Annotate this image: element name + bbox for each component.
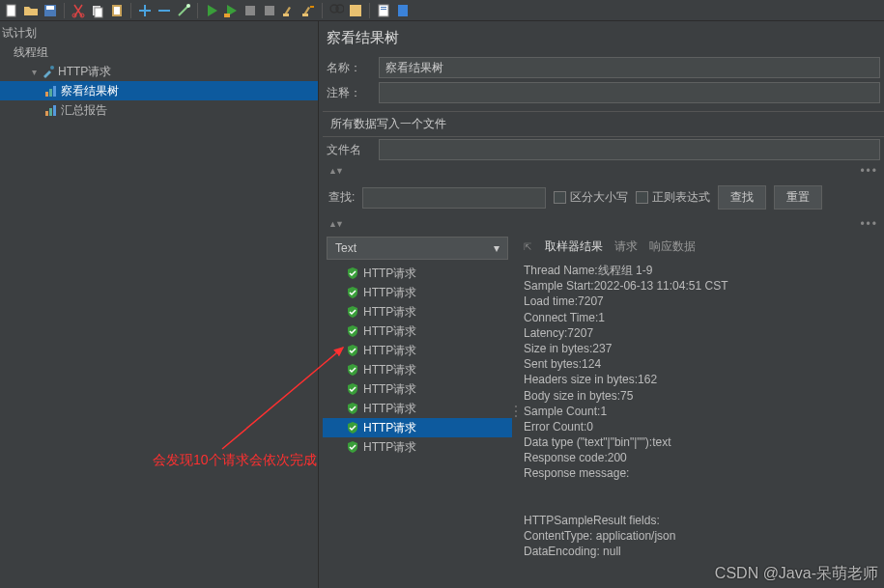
toolbar-separator [197,3,198,18]
tab-request[interactable]: 请求 [614,238,638,255]
tree-item-results-tree[interactable]: 察看结果树 [0,81,318,100]
tree-item-label: 汇总报告 [61,102,107,119]
result-item[interactable]: HTTP请求 [323,399,512,418]
paste-icon[interactable] [109,3,125,18]
tree-item-label: HTTP请求 [58,64,111,80]
name-label: 名称： [327,60,373,76]
svg-rect-12 [265,6,274,15]
collapse-icon: ▲▼ [328,219,342,229]
result-item-label: HTTP请求 [363,266,416,282]
vertical-splitter[interactable] [512,235,520,588]
play-icon[interactable] [204,3,219,18]
detail-line: Headers size in bytes:162 [524,372,880,387]
result-item[interactable]: HTTP请求 [323,322,512,341]
stop-icon[interactable] [242,3,258,18]
search-input[interactable] [362,187,546,209]
minus-icon[interactable] [157,3,172,18]
annotation-text: 会发现10个请求会依次完成 [153,452,317,469]
reset-button[interactable]: 重置 [774,185,822,210]
result-item[interactable]: HTTP请求 [323,283,512,302]
tree-panel: 试计划 线程组 ▾ HTTP请求 察看结果树 汇总报告 [0,21,319,588]
play-noTimers-icon[interactable] [223,3,239,18]
tree-toggle-icon[interactable]: ▾ [29,67,39,77]
clear-icon[interactable] [281,3,297,18]
tree-item-threadgroup[interactable]: 线程组 [0,42,318,62]
result-item-label: HTTP请求 [363,362,416,378]
detail-line: Response code:200 [524,450,880,465]
clear-all-icon[interactable] [300,3,316,18]
save-icon[interactable] [43,3,58,18]
plus-icon[interactable] [137,3,153,18]
success-icon [346,402,359,415]
toolbar-separator [322,3,323,18]
result-tabs: ⇱ 取样器结果 请求 响应数据 [520,235,884,261]
detail-line: Error Count:0 [524,419,880,434]
tree-item-label: 试计划 [2,25,37,42]
success-icon [346,266,359,280]
case-checkbox[interactable]: 区分大小写 [554,189,628,206]
success-icon [346,440,359,454]
detail-line [524,497,880,513]
template-icon[interactable] [376,3,391,18]
collapse-bar-2[interactable]: ▲▼ ••• [323,215,884,233]
svg-rect-6 [95,8,102,17]
function-icon[interactable] [348,3,363,18]
result-item-label: HTTP请求 [363,343,416,359]
svg-rect-19 [381,7,386,8]
result-item[interactable]: HTTP请求 [323,302,512,322]
result-item[interactable]: HTTP请求 [323,360,512,379]
detail-line: DataEncoding: null [524,544,880,559]
svg-rect-23 [45,92,48,97]
shutdown-icon[interactable] [262,3,277,18]
search-icon[interactable] [328,3,344,18]
detail-line: Latency:7207 [524,325,880,341]
comment-label: 注释： [327,85,373,101]
tree-item-label: 线程组 [14,44,48,61]
detail-line: Data type ("text"|"bin"|""):text [524,434,880,450]
name-input[interactable] [379,57,880,78]
svg-rect-8 [114,7,120,14]
svg-point-16 [336,5,344,13]
detail-line: Sample Count:1 [524,404,880,419]
svg-rect-10 [224,14,230,17]
tree-item-http[interactable]: ▾ HTTP请求 [0,62,318,81]
expand-icon[interactable]: ⇱ [524,241,531,252]
tree-item-summary[interactable]: 汇总报告 [0,100,318,120]
svg-rect-13 [283,14,289,16]
collapse-bar-1[interactable]: ▲▼ ••• [323,162,884,180]
file-section-header: 所有数据写入一个文件 [323,111,884,137]
svg-rect-28 [53,105,56,116]
open-icon[interactable] [23,3,39,18]
result-item[interactable]: HTTP请求 [323,379,512,399]
help-icon[interactable] [395,3,411,18]
success-icon [346,382,359,396]
cut-icon[interactable] [71,3,86,18]
detail-line: HTTPSampleResult fields: [524,513,880,528]
search-button[interactable]: 查找 [718,185,766,210]
result-left: Text ▾ HTTP请求HTTP请求HTTP请求HTTP请求HTTP请求HTT… [323,235,512,588]
filename-input[interactable] [379,139,880,160]
comment-input[interactable] [379,82,880,103]
detail-line: Thread Name:线程组 1-9 [524,263,880,278]
chevron-down-icon: ▾ [494,241,499,255]
detail-line: Sent bytes:124 [524,356,880,372]
result-item[interactable]: HTTP请求 [323,418,512,437]
success-icon [346,324,359,338]
copy-icon[interactable] [90,3,105,18]
result-item-label: HTTP请求 [363,381,416,398]
result-item[interactable]: HTTP请求 [323,437,512,457]
success-icon [346,421,359,434]
new-icon[interactable] [4,3,19,18]
renderer-dropdown[interactable]: Text ▾ [327,237,508,260]
tab-sampler[interactable]: 取样器结果 [545,238,603,255]
toolbar-separator [64,3,65,18]
regex-checkbox[interactable]: 正则表达式 [636,189,710,206]
chart-icon [44,103,58,117]
tree-item-testplan[interactable]: 试计划 [0,23,318,42]
result-item[interactable]: HTTP请求 [323,264,512,283]
tab-response[interactable]: 响应数据 [649,238,696,255]
result-right: ⇱ 取样器结果 请求 响应数据 Thread Name:线程组 1-9Sampl… [520,235,884,588]
toolbar-separator [369,3,370,18]
wand-icon[interactable] [176,3,191,18]
result-item[interactable]: HTTP请求 [323,341,512,360]
